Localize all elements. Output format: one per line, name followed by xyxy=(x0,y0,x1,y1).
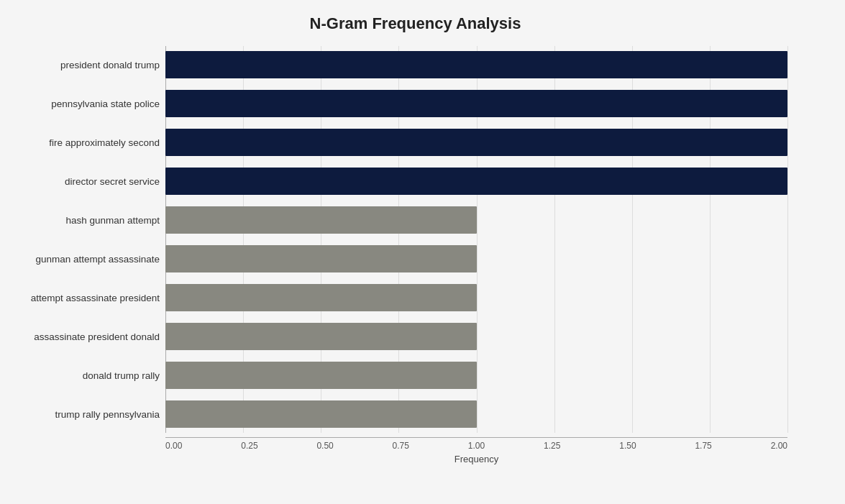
bar-row: pennsylvania state police xyxy=(165,85,787,122)
x-ticks: 0.000.250.500.751.001.251.501.752.00 xyxy=(165,441,787,451)
bar-row: president donald trump xyxy=(165,46,787,83)
bar-row: attempt assassinate president xyxy=(165,279,787,316)
chart-title: N-Gram Frequency Analysis xyxy=(14,14,816,33)
x-tick-label: 0.00 xyxy=(165,441,182,451)
bar-label: trump rally pennsylvania xyxy=(9,409,160,420)
x-tick-label: 0.50 xyxy=(316,441,333,451)
bar xyxy=(165,51,787,78)
bar-label: fire approximately second xyxy=(9,137,160,148)
bar-row: donald trump rally xyxy=(165,357,787,394)
x-axis-label: Frequency xyxy=(165,454,787,464)
bar-label: donald trump rally xyxy=(9,370,160,381)
bar-row: assassinate president donald xyxy=(165,318,787,355)
bar xyxy=(165,362,477,389)
chart-inner: president donald trumppennsylvania state… xyxy=(165,46,787,433)
bar-label: director secret service xyxy=(9,176,160,187)
bar xyxy=(165,168,787,195)
bar-row: fire approximately second xyxy=(165,124,787,161)
bar-row: trump rally pennsylvania xyxy=(165,395,787,433)
bar xyxy=(165,129,787,156)
bar xyxy=(165,323,477,350)
x-axis: 0.000.250.500.751.001.251.501.752.00 Fre… xyxy=(165,437,787,464)
grid-line xyxy=(787,46,788,433)
bar-label: hash gunman attempt xyxy=(9,215,160,226)
bar xyxy=(165,90,787,117)
bar xyxy=(165,284,477,311)
bar-label: assassinate president donald xyxy=(9,331,160,342)
bars-container: president donald trumppennsylvania state… xyxy=(165,46,787,433)
bar-label: president donald trump xyxy=(9,60,160,70)
bar xyxy=(165,245,477,272)
bar xyxy=(165,400,477,428)
bar-row: hash gunman attempt xyxy=(165,201,787,239)
x-tick-label: 1.25 xyxy=(544,441,560,451)
chart-container: N-Gram Frequency Analysis president dona… xyxy=(0,0,845,504)
bar xyxy=(165,206,477,234)
x-tick-label: 1.75 xyxy=(695,441,711,451)
x-tick-label: 1.50 xyxy=(619,441,636,451)
bar-label: pennsylvania state police xyxy=(9,98,160,109)
bar-label: gunman attempt assassinate xyxy=(9,254,160,265)
x-tick-label: 2.00 xyxy=(771,441,787,451)
x-tick-label: 0.25 xyxy=(241,441,257,451)
bar-label: attempt assassinate president xyxy=(9,293,160,303)
bar-row: director secret service xyxy=(165,162,787,200)
x-tick-label: 1.00 xyxy=(468,441,485,451)
x-tick-label: 0.75 xyxy=(393,441,409,451)
bar-row: gunman attempt assassinate xyxy=(165,240,787,278)
